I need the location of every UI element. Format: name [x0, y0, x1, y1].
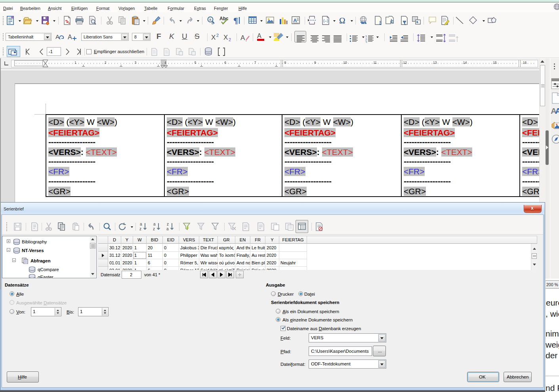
- svg-text:Abc: Abc: [219, 16, 228, 21]
- svg-text:A: A: [257, 33, 261, 39]
- svg-text:2: 2: [216, 33, 219, 38]
- svg-text:A: A: [55, 33, 59, 40]
- svg-text:A: A: [293, 17, 297, 23]
- svg-text:z: z: [139, 227, 141, 231]
- svg-text:A: A: [240, 34, 245, 42]
- svg-text:Ω: Ω: [339, 16, 345, 25]
- svg-text:2: 2: [229, 37, 231, 42]
- svg-text:A: A: [68, 34, 72, 40]
- svg-text:¶: ¶: [233, 16, 238, 25]
- svg-text:a: a: [209, 17, 211, 21]
- svg-text:X: X: [223, 34, 228, 41]
- svg-text:z: z: [167, 222, 169, 226]
- svg-text:d: d: [212, 21, 214, 25]
- svg-text:a: a: [153, 222, 156, 226]
- svg-text:a: a: [166, 227, 169, 231]
- svg-text:a: a: [140, 222, 142, 226]
- svg-text:3: 3: [365, 40, 367, 43]
- svg-text:z: z: [153, 227, 155, 231]
- svg-text:(–): (–): [323, 19, 328, 23]
- svg-text:X: X: [211, 34, 216, 41]
